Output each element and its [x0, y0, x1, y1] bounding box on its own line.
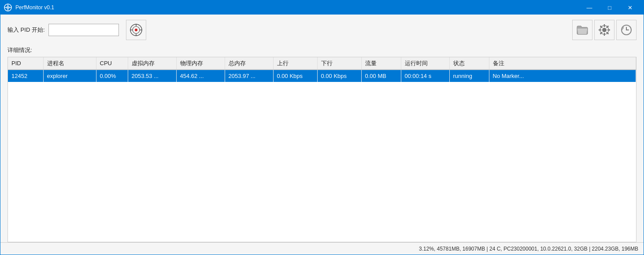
gear-icon — [599, 24, 610, 36]
section-label: 详细情况: — [7, 46, 637, 54]
cell-down: 0.00 Kbps — [317, 70, 361, 82]
col-header-runtime: 运行时间 — [401, 57, 449, 70]
cell-tmem: 2053.97 ... — [225, 70, 273, 82]
target-button[interactable] — [126, 20, 146, 40]
col-header-pmem: 物理内存 — [176, 57, 225, 70]
toolbar: 输入 PID 开始: — [7, 20, 637, 40]
main-content: 输入 PID 开始: — [0, 15, 644, 242]
history-button[interactable] — [616, 20, 637, 40]
svg-point-4 — [7, 7, 8, 8]
svg-marker-5 — [7, 4, 8, 6]
cell-cpu: 0.00% — [96, 70, 128, 82]
col-header-cpu: CPU — [96, 57, 128, 70]
settings-button[interactable] — [594, 20, 614, 40]
toolbar-right — [572, 20, 637, 40]
statusbar: 3.12%, 45781MB, 16907MB | 24 C, PC230200… — [0, 242, 644, 255]
svg-point-16 — [603, 28, 607, 32]
table-body: 12452explorer0.00%2053.53 ...454.62 ...2… — [8, 70, 636, 82]
pid-label: 输入 PID 开始: — [7, 26, 45, 34]
cell-up: 0.00 Kbps — [273, 70, 317, 82]
cell-runtime: 00:00:14 s — [401, 70, 449, 82]
main-window: PerfMonitor v0.1 — □ ✕ 输入 PID 开始: — [0, 0, 644, 255]
cell-name: explorer — [43, 70, 96, 82]
table-header-row: PID 进程名 CPU 虚拟内存 物理内存 总内存 上行 下行 流量 运行时间 … — [8, 57, 636, 70]
col-header-name: 进程名 — [43, 57, 96, 70]
col-header-status: 状态 — [449, 57, 489, 70]
close-button[interactable]: ✕ — [620, 0, 640, 15]
svg-marker-6 — [7, 9, 8, 11]
col-header-tmem: 总内存 — [225, 57, 273, 70]
col-header-vmem: 虚拟内存 — [128, 57, 176, 70]
open-folder-button[interactable] — [572, 20, 592, 40]
cell-status: running — [449, 70, 489, 82]
col-header-flow: 流量 — [361, 57, 401, 70]
titlebar-title: PerfMonitor v0.1 — [15, 4, 579, 11]
cell-pid: 12452 — [8, 70, 43, 82]
cell-flow: 0.00 MB — [361, 70, 401, 82]
titlebar-controls: — □ ✕ — [579, 0, 640, 15]
process-table: PID 进程名 CPU 虚拟内存 物理内存 总内存 上行 下行 流量 运行时间 … — [8, 57, 636, 82]
table-container: PID 进程名 CPU 虚拟内存 物理内存 总内存 上行 下行 流量 运行时间 … — [7, 57, 637, 242]
cell-vmem: 2053.53 ... — [128, 70, 176, 82]
folder-icon — [576, 25, 588, 35]
svg-point-11 — [135, 29, 137, 31]
statusbar-text: 3.12%, 45781MB, 16907MB | 24 C, PC230200… — [419, 246, 638, 252]
col-header-pid: PID — [8, 57, 43, 70]
cell-pmem: 454.62 ... — [176, 70, 225, 82]
table-row[interactable]: 12452explorer0.00%2053.53 ...454.62 ...2… — [8, 70, 636, 82]
svg-marker-7 — [5, 7, 6, 8]
col-header-down: 下行 — [317, 57, 361, 70]
titlebar: PerfMonitor v0.1 — □ ✕ — [0, 0, 644, 15]
cell-remark: No Marker... — [489, 70, 636, 82]
minimize-button[interactable]: — — [579, 0, 600, 15]
col-header-up: 上行 — [273, 57, 317, 70]
col-header-remark: 备注 — [489, 57, 636, 70]
svg-marker-8 — [10, 7, 11, 8]
pid-input[interactable] — [48, 24, 119, 36]
history-icon — [621, 24, 632, 36]
app-icon — [4, 4, 12, 11]
crosshair-icon — [130, 23, 143, 37]
maximize-button[interactable]: □ — [600, 0, 620, 15]
